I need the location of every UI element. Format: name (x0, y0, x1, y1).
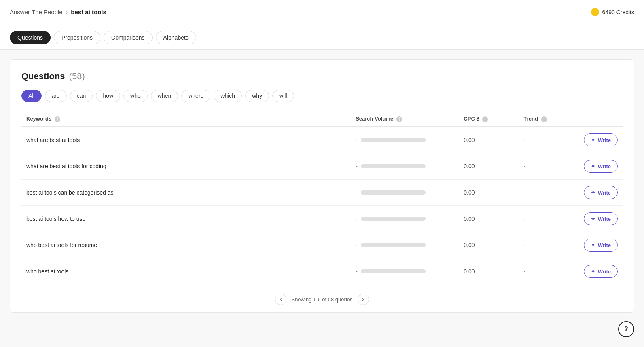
search-volume-info-icon[interactable]: i (396, 116, 402, 122)
keywords-info-icon[interactable]: i (55, 116, 60, 122)
trend-cell: - (519, 180, 579, 206)
write-button[interactable]: ✦ Write (584, 160, 618, 173)
filter-when[interactable]: when (151, 90, 178, 102)
filter-where[interactable]: where (181, 90, 210, 102)
write-icon: ✦ (591, 163, 595, 169)
write-label: Write (598, 242, 611, 248)
col-header-search-volume: Search Volume i (351, 112, 459, 127)
search-vol-bar (361, 217, 426, 221)
questions-card: Questions (58) All are can how who when … (10, 59, 634, 313)
filter-how[interactable]: how (96, 90, 120, 102)
section-title: Questions (58) (21, 71, 623, 82)
keyword-cell: best ai tools how to use (21, 206, 351, 232)
cpc-info-icon[interactable]: i (482, 116, 488, 122)
write-button[interactable]: ✦ Write (584, 186, 618, 199)
app-name-link[interactable]: Answer The People (10, 8, 63, 15)
trend-cell: - (519, 127, 579, 153)
col-header-trend: Trend i (519, 112, 579, 127)
main-content: Questions (58) All are can how who when … (0, 50, 644, 322)
pagination: ‹ Showing 1-6 of 58 queries › (21, 286, 623, 312)
keyword-cell: best ai tools can be categorised as (21, 180, 351, 206)
section-count: (58) (69, 71, 85, 82)
trend-cell: - (519, 206, 579, 232)
app-header: Answer The People › best ai tools 6490 C… (0, 0, 644, 24)
filter-who[interactable]: who (123, 90, 148, 102)
write-icon: ✦ (591, 189, 595, 196)
search-volume-cell: - (351, 206, 459, 232)
filter-are[interactable]: are (45, 90, 67, 102)
pagination-text: Showing 1-6 of 58 queries (291, 296, 352, 303)
write-button[interactable]: ✦ Write (584, 239, 618, 252)
cpc-cell: 0.00 (459, 232, 519, 258)
credits-label: 6490 Credits (602, 9, 634, 15)
write-icon: ✦ (591, 242, 595, 248)
action-cell: ✦ Write (579, 206, 623, 232)
action-cell: ✦ Write (579, 153, 623, 180)
search-vol-bar (361, 243, 426, 247)
keyword-cell: what are best ai tools (21, 127, 351, 153)
search-vol-dash: - (356, 216, 358, 222)
credits-display: 6490 Credits (591, 8, 634, 16)
search-term-label: best ai tools (71, 8, 106, 15)
filter-why[interactable]: why (245, 90, 269, 102)
filter-will[interactable]: will (272, 90, 294, 102)
main-tabs: Questions Prepositions Comparisons Alpha… (0, 24, 644, 50)
col-header-keywords: Keywords i (21, 112, 351, 127)
cpc-cell: 0.00 (459, 153, 519, 180)
search-vol-dash: - (356, 242, 358, 248)
write-button[interactable]: ✦ Write (584, 265, 618, 278)
write-button[interactable]: ✦ Write (584, 133, 618, 146)
write-icon: ✦ (591, 268, 595, 275)
pagination-prev[interactable]: ‹ (275, 294, 286, 305)
tab-questions[interactable]: Questions (10, 31, 51, 44)
table-row: who best ai tools - 0.00 - ✦ Write (21, 258, 623, 285)
search-vol-dash: - (356, 163, 358, 169)
breadcrumb: Answer The People › best ai tools (10, 8, 106, 15)
table-row: best ai tools can be categorised as - 0.… (21, 180, 623, 206)
cpc-cell: 0.00 (459, 258, 519, 285)
keywords-table: Keywords i Search Volume i CPC $ i Trend… (21, 112, 623, 284)
cpc-cell: 0.00 (459, 127, 519, 153)
table-row: what are best ai tools for coding - 0.00… (21, 153, 623, 180)
filter-all[interactable]: All (21, 90, 42, 102)
search-volume-cell: - (351, 232, 459, 258)
search-vol-bar (361, 138, 426, 142)
search-vol-bar (361, 269, 426, 273)
pagination-next[interactable]: › (358, 294, 369, 305)
search-volume-cell: - (351, 127, 459, 153)
trend-cell: - (519, 153, 579, 180)
tab-comparisons[interactable]: Comparisons (104, 31, 152, 44)
breadcrumb-chevron: › (66, 9, 68, 15)
keyword-cell: who best ai tools for resume (21, 232, 351, 258)
action-cell: ✦ Write (579, 127, 623, 153)
write-icon: ✦ (591, 216, 595, 222)
filter-can[interactable]: can (70, 90, 93, 102)
action-cell: ✦ Write (579, 232, 623, 258)
search-vol-dash: - (356, 137, 358, 143)
section-title-text: Questions (21, 71, 65, 82)
write-icon: ✦ (591, 137, 595, 143)
cpc-cell: 0.00 (459, 180, 519, 206)
trend-cell: - (519, 258, 579, 285)
search-vol-dash: - (356, 189, 358, 196)
search-vol-bar (361, 190, 426, 195)
write-label: Write (598, 137, 611, 143)
write-label: Write (598, 269, 611, 275)
search-vol-dash: - (356, 268, 358, 275)
table-row: who best ai tools for resume - 0.00 - ✦ … (21, 232, 623, 258)
table-row: best ai tools how to use - 0.00 - ✦ Writ… (21, 206, 623, 232)
keyword-cell: what are best ai tools for coding (21, 153, 351, 180)
credits-icon (591, 8, 599, 16)
tab-alphabets[interactable]: Alphabets (156, 31, 196, 44)
trend-info-icon[interactable]: i (541, 116, 547, 122)
tab-prepositions[interactable]: Prepositions (54, 31, 100, 44)
action-cell: ✦ Write (579, 180, 623, 206)
write-label: Write (598, 216, 611, 222)
write-label: Write (598, 163, 611, 169)
col-header-action (579, 112, 623, 127)
filter-which[interactable]: which (214, 90, 242, 102)
write-button[interactable]: ✦ Write (584, 212, 618, 225)
table-row: what are best ai tools - 0.00 - ✦ Write (21, 127, 623, 153)
write-label: Write (598, 190, 611, 196)
filter-pills: All are can how who when where which why… (21, 90, 623, 102)
